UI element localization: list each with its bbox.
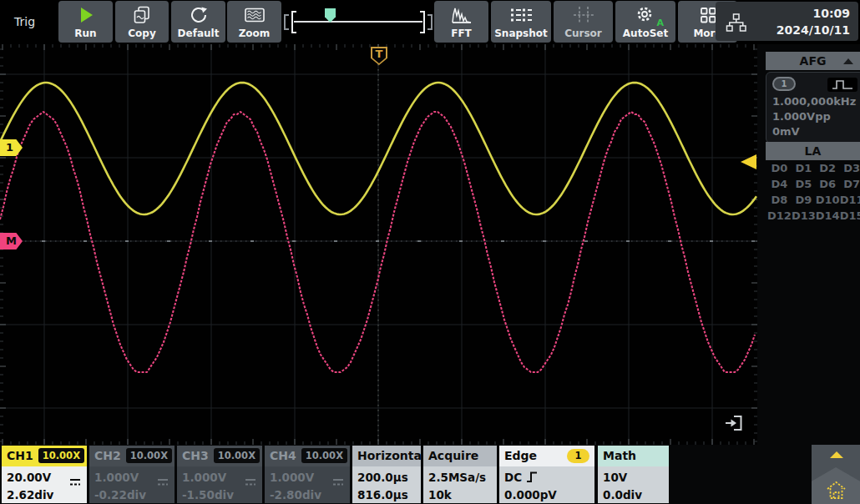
fft-spectrum-icon — [434, 3, 488, 26]
trigger-coupling: DC — [504, 471, 522, 484]
rising-edge-icon — [526, 471, 538, 488]
default-button-label: Default — [171, 28, 225, 39]
graticule-and-waveforms — [0, 44, 757, 445]
la-channel[interactable]: D7 — [843, 178, 860, 190]
top-toolbar: Trig Run Copy Default — [0, 0, 860, 43]
trig-status-label: Trig — [14, 0, 35, 43]
afg-amplitude: 1.000Vpp — [772, 110, 860, 123]
trigger-source-badge: 1 — [567, 449, 589, 463]
afg-offset: 0mV — [772, 125, 860, 138]
run-play-icon — [58, 3, 113, 26]
zoom-button[interactable]: Zoom — [227, 1, 281, 43]
la-channel[interactable]: D8 — [771, 194, 788, 206]
expand-enter-icon[interactable] — [723, 412, 745, 437]
la-channel[interactable]: D13 — [792, 209, 816, 222]
afg-panel-header[interactable]: AFG — [766, 52, 860, 70]
ch3-position: -1.50div — [182, 488, 234, 501]
ch4-probe-badge: 10.00X — [301, 448, 347, 463]
la-channel[interactable]: D4 — [771, 178, 788, 190]
ch1-scale: 20.00V — [7, 471, 51, 484]
trigger-edge-panel[interactable]: Edge 1 DC 0.000pV — [499, 446, 594, 503]
afg-title: AFG — [800, 54, 827, 68]
la-channel[interactable]: D14 — [816, 209, 840, 222]
math-scale: 10V — [603, 471, 627, 484]
trigger-position-slider[interactable] — [284, 6, 433, 38]
clock-date: 2024/10/11 — [777, 22, 850, 38]
slider-track — [294, 21, 422, 23]
math-title: Math — [603, 449, 636, 462]
la-channel[interactable]: D9 — [795, 194, 812, 206]
slider-right-outer-bracket — [427, 14, 433, 30]
waveform-display[interactable]: T 1 M — [0, 44, 757, 445]
afg-frequency: 1.000,000kHz — [772, 95, 860, 108]
ch4-scale: 1.000V — [270, 471, 314, 484]
default-button[interactable]: Default — [171, 1, 225, 43]
ch3-scale: 1.000V — [182, 471, 226, 484]
ch1-marker-label: 1 — [6, 141, 13, 154]
horizontal-title: Horizontal — [357, 449, 426, 462]
bottom-status-bar: CH1 10.00X 20.00V 2.62div CH2 10.00X 1.0… — [0, 445, 860, 504]
trigger-marker-letter: T — [371, 47, 387, 61]
ch4-name: CH4 — [270, 449, 296, 462]
ch2-panel[interactable]: CH2 10.00X 1.000V -0.22div — [89, 446, 175, 503]
horizontal-delay: 816.0µs — [357, 488, 408, 501]
slider-right-inner-bracket — [420, 11, 425, 33]
clock-network-tile[interactable]: 10:09 2024/10/11 — [716, 2, 858, 41]
ch2-name: CH2 — [94, 449, 121, 462]
ch2-probe-badge: 10.00X — [126, 448, 172, 463]
zoom-waveform-icon — [227, 3, 281, 26]
autoset-button-label: AutoSet — [615, 28, 675, 39]
la-channel[interactable]: D0 — [771, 162, 788, 174]
la-title: LA — [805, 144, 822, 158]
la-channel[interactable]: D2 — [819, 162, 836, 174]
network-lan-icon — [726, 13, 746, 35]
corner-menu-panel[interactable] — [812, 445, 860, 504]
ch1-position: 2.62div — [7, 488, 53, 501]
clock-time: 10:09 — [777, 5, 850, 22]
cursor-button[interactable]: Cursor — [554, 1, 613, 43]
copy-icon — [115, 3, 169, 26]
edge-title: Edge — [504, 449, 537, 462]
autoset-button[interactable]: A AutoSet — [615, 1, 675, 43]
ch1-probe-badge: 10.00X — [38, 448, 84, 463]
la-channel[interactable]: D15 — [840, 209, 860, 222]
la-channel[interactable]: D5 — [795, 178, 812, 190]
slider-left-outer-bracket — [284, 14, 289, 30]
run-button[interactable]: Run — [58, 1, 113, 43]
ch3-probe-badge: 10.00X — [214, 448, 260, 463]
fft-button[interactable]: FFT — [434, 1, 488, 43]
horizontal-panel[interactable]: Horizontal 200.0µs 816.0µs — [352, 446, 421, 503]
afg-panel-body[interactable]: 1 1.000,000kHz 1.000Vpp 0mV — [766, 72, 860, 144]
la-digital-channels: D0 D1 D2 D3 D4 D5 D6 D7 D8 D9 D10 D11 D1… — [767, 162, 857, 222]
default-reset-icon — [171, 3, 225, 26]
acquire-panel[interactable]: Acquire 2.5MSa/s 10k — [423, 446, 497, 503]
acquire-title: Acquire — [428, 449, 478, 462]
ch4-position: -2.80div — [270, 488, 321, 501]
snapshot-button-label: Snapshot — [491, 28, 551, 39]
ch3-panel[interactable]: CH3 10.00X 1.000V -1.50div — [177, 446, 262, 503]
copy-button[interactable]: Copy — [115, 1, 169, 43]
ch1-panel[interactable]: CH1 10.00X 20.00V 2.62div — [2, 446, 87, 503]
snapshot-list-icon — [491, 3, 551, 26]
copy-button-label: Copy — [115, 28, 169, 39]
afg-collapse-icon[interactable] — [843, 58, 853, 64]
acquire-memory-depth: 10k — [428, 488, 452, 501]
la-channel[interactable]: D3 — [843, 162, 860, 174]
la-panel-header[interactable]: LA — [766, 142, 860, 160]
autoset-gear-icon — [615, 3, 675, 26]
la-channel[interactable]: D12 — [767, 209, 792, 222]
la-channel[interactable]: D1 — [795, 162, 812, 174]
cursor-button-label: Cursor — [554, 28, 613, 39]
la-channel[interactable]: D10 — [816, 194, 840, 206]
cursor-crosshair-icon — [554, 3, 613, 26]
collapse-up-icon[interactable] — [830, 451, 843, 458]
math-panel[interactable]: Math 10V 0.0div — [598, 446, 669, 503]
la-channel[interactable]: D11 — [840, 194, 860, 206]
ch2-position: -0.22div — [94, 488, 146, 501]
zoom-button-label: Zoom — [227, 28, 281, 39]
home-icon[interactable] — [825, 480, 847, 501]
right-sidebar: AFG 1 1.000,000kHz 1.000Vpp 0mV LA D0 D1… — [757, 44, 860, 445]
ch4-panel[interactable]: CH4 10.00X 1.000V -2.80div — [265, 446, 350, 503]
snapshot-button[interactable]: Snapshot — [491, 1, 551, 43]
la-channel[interactable]: D6 — [819, 178, 836, 190]
